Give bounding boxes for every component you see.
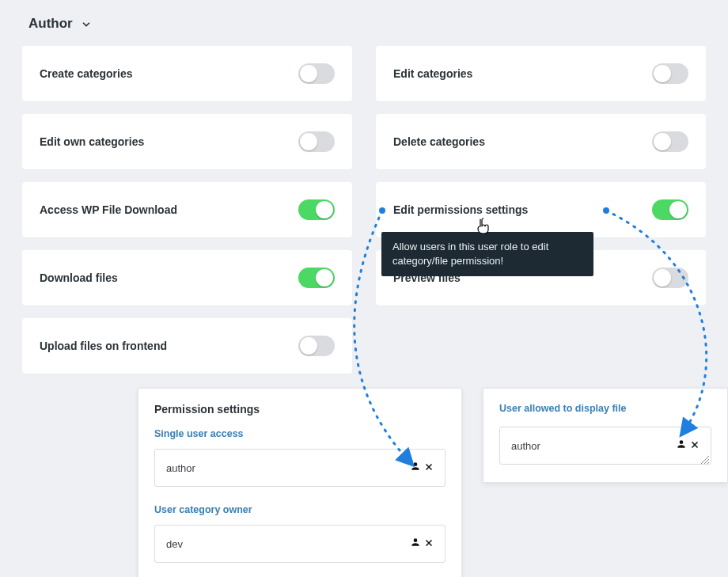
role-label: Author xyxy=(28,16,73,32)
remove-icon[interactable] xyxy=(424,537,434,551)
user-allowed-display-panel: User allowed to display file author xyxy=(483,388,728,483)
perm-label: Delete categories xyxy=(393,135,485,148)
perm-label: Edit own categories xyxy=(40,135,144,148)
perm-edit-permissions-settings: Edit permissions settings xyxy=(376,182,706,237)
perm-label: Edit categories xyxy=(393,67,472,80)
single-user-access-input[interactable]: author xyxy=(154,449,446,487)
single-user-access-label: Single user access xyxy=(154,428,446,439)
pointer-cursor-icon xyxy=(476,218,490,238)
category-owner-input[interactable]: dev xyxy=(154,525,446,563)
perm-access-wp-file-download: Access WP File Download xyxy=(22,182,352,237)
user-icon[interactable] xyxy=(410,537,421,551)
category-owner-value: dev xyxy=(166,538,183,550)
perm-edit-categories: Edit categories xyxy=(376,46,706,101)
perm-label: Access WP File Download xyxy=(40,203,177,216)
perm-label: Download files xyxy=(40,271,118,284)
perm-upload-files-frontend: Upload files on frontend xyxy=(22,318,352,374)
perm-label: Edit permissions settings xyxy=(393,203,528,216)
category-owner-label: User category owner xyxy=(154,504,446,515)
perm-download-files: Download files xyxy=(22,250,352,306)
perm-label: Create categories xyxy=(40,67,133,80)
chevron-down-icon xyxy=(81,18,92,29)
user-icon[interactable] xyxy=(410,461,421,475)
perm-edit-own-categories: Edit own categories xyxy=(22,114,352,169)
user-allowed-value: author xyxy=(511,440,540,452)
panel-title: Permission settings xyxy=(154,403,446,416)
toggle-access-wp-file-download[interactable] xyxy=(298,199,335,220)
single-user-access-value: author xyxy=(166,462,195,474)
role-selector[interactable]: Author xyxy=(22,9,706,46)
toggle-delete-categories[interactable] xyxy=(652,131,688,152)
toggle-preview-files[interactable] xyxy=(652,268,688,288)
user-icon[interactable] xyxy=(676,438,687,453)
toggle-upload-files-frontend[interactable] xyxy=(298,336,335,356)
toggle-create-categories[interactable] xyxy=(298,63,335,84)
user-allowed-input[interactable]: author xyxy=(499,427,711,465)
toggle-download-files[interactable] xyxy=(298,268,335,288)
perm-create-categories: Create categories xyxy=(22,46,352,101)
perm-delete-categories: Delete categories xyxy=(376,114,706,169)
permission-settings-panel: Permission settings Single user access a… xyxy=(138,388,462,577)
toggle-edit-permissions-settings[interactable] xyxy=(652,199,688,220)
remove-icon[interactable] xyxy=(690,438,700,453)
toggle-edit-categories[interactable] xyxy=(652,63,688,84)
resize-handle-icon[interactable] xyxy=(700,453,709,462)
remove-icon[interactable] xyxy=(424,461,434,475)
perm-label: Upload files on frontend xyxy=(40,340,167,352)
toggle-edit-own-categories[interactable] xyxy=(298,131,335,152)
tooltip-edit-permissions: Allow users in this user role to edit ca… xyxy=(381,232,593,276)
user-allowed-title: User allowed to display file xyxy=(499,403,711,414)
tooltip-text: Allow users in this user role to edit ca… xyxy=(392,241,548,267)
